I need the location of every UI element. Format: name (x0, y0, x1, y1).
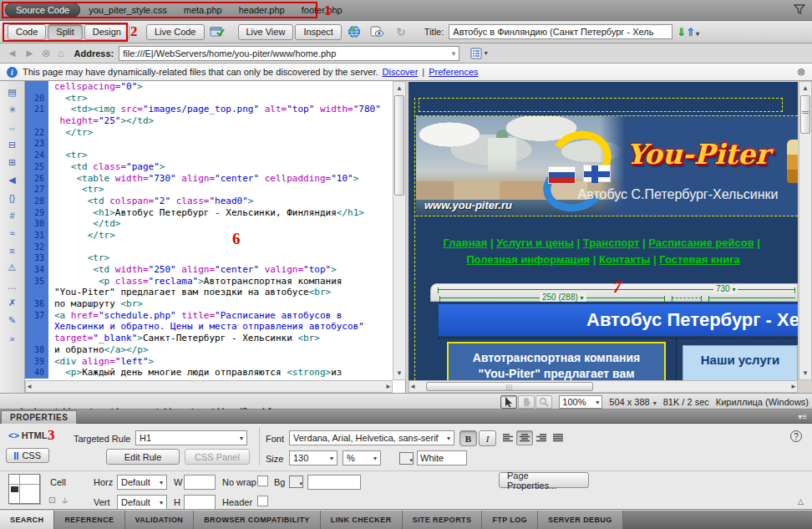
code-line[interactable]: 25 <td class="page"> (25, 161, 393, 173)
filter-icon[interactable] (794, 3, 805, 15)
design-canvas[interactable]: You-Piter Автобус С.Петербург-Хельсинки … (409, 82, 798, 380)
code-line[interactable]: 27 <tr> (25, 184, 393, 196)
code-line[interactable]: "You-Piter" предлагает вам поездки на ав… (25, 287, 393, 298)
code-navigator-icon[interactable]: ✳ (3, 102, 22, 118)
code-line[interactable]: 22 </tr> (25, 127, 393, 139)
no-wrap-checkbox[interactable] (257, 476, 268, 486)
scroll-right-icon[interactable]: ► (790, 381, 797, 392)
code-line[interactable]: 26 <table width="730" align="center" cel… (25, 173, 393, 185)
syntax-error-alerts-icon[interactable]: ⚠ (3, 260, 22, 276)
code-line[interactable]: 35 <p class="reclama">Автотранспортная к… (25, 276, 393, 287)
code-line[interactable]: 36по маршруту <br> (25, 298, 393, 310)
reclama-cell[interactable]: Автотранспортная компания "You-Piter" пр… (447, 342, 666, 380)
remove-comment-icon[interactable]: ✗ (3, 295, 22, 311)
stop-icon[interactable]: ⊗ (42, 47, 51, 59)
code-line[interactable]: 29 <h1>Автобус Петербург - Хельсинки, Фи… (25, 207, 393, 219)
code-line[interactable]: 40 <p>Каждый день многие люди отправляют… (25, 367, 393, 379)
size-unit-select[interactable]: %▾ (343, 450, 381, 465)
css-mode-button[interactable]: CSS (6, 448, 49, 463)
check-browser-compatibility-icon[interactable] (206, 24, 228, 40)
vert-align-select[interactable]: Default▾ (117, 495, 167, 510)
code-line[interactable]: 32 (25, 242, 393, 253)
code-line[interactable]: 34 <td width="250" align="center" valign… (25, 264, 393, 276)
code-line[interactable]: 33 <tr> (25, 252, 393, 264)
code-line[interactable]: cellspacing="0"> (25, 81, 393, 93)
design-menu-link[interactable]: Главная (443, 237, 487, 249)
forward-icon[interactable]: ► (24, 47, 35, 59)
design-menu-link[interactable]: Транспорт (583, 237, 640, 249)
font-select[interactable]: Verdana, Arial, Helvetica, sans-serif▾ (289, 430, 454, 445)
apply-comment-icon[interactable]: … (3, 277, 22, 293)
properties-tab[interactable]: PROPERTIES (1, 410, 77, 424)
size-select[interactable]: 130▾ (289, 450, 337, 465)
results-tab[interactable]: REFERENCE (54, 511, 124, 529)
code-line[interactable]: 24 <tr> (25, 150, 393, 161)
html-mode-button[interactable]: <>HTML (8, 430, 47, 440)
open-documents-icon[interactable]: ▤ (3, 84, 22, 100)
collapse-panel-icon[interactable]: △ (798, 497, 804, 506)
design-hscroll-thumb[interactable]: ||| (426, 382, 593, 391)
format-source-code-icon[interactable]: ✎ (3, 313, 22, 328)
select-tool-icon[interactable] (500, 395, 517, 409)
merge-split-cell-icons[interactable]: ⊡ ⫝ (48, 495, 69, 506)
header-checkbox[interactable] (257, 496, 268, 506)
code-line[interactable]: 28 <td colspan="2" class="head0"> (25, 196, 393, 207)
code-line[interactable]: 21 <td><img src="images/page_top.png" al… (25, 104, 393, 115)
close-info-bar-icon[interactable]: ⊗ (797, 66, 805, 78)
file-get-put-icons[interactable]: ⇓⇑▾ (677, 26, 699, 38)
collapse-full-tag-icon[interactable]: ⇔ (3, 120, 22, 135)
scroll-left-icon[interactable]: ◄ (409, 381, 416, 392)
bold-button[interactable]: B (459, 430, 477, 446)
page-properties-button[interactable]: Page Properties... (499, 472, 589, 488)
design-menu-link[interactable]: Контакты (599, 253, 650, 266)
results-tab[interactable]: LINK CHECKER (321, 511, 403, 529)
code-line[interactable]: 20 <tr> (25, 93, 393, 104)
validate-markup-icon[interactable] (367, 24, 388, 40)
table-width-menu[interactable]: 730 ▾ (713, 284, 738, 293)
design-menu-link[interactable]: Услуги и цены (496, 237, 574, 249)
panel-menu-icon[interactable]: ▾≡ (798, 412, 807, 421)
css-panel-button[interactable]: CSS Panel (185, 449, 250, 465)
table-width-bar[interactable]: 730 ▾ 250 (288) ▾ 7 (430, 283, 798, 302)
scroll-right-icon[interactable]: ► (385, 381, 392, 392)
services-cell[interactable]: Наши услуги (683, 345, 798, 380)
italic-button[interactable]: I (479, 430, 496, 446)
discover-link[interactable]: Discover (383, 67, 419, 77)
magnification-select[interactable]: 100%▾ (559, 395, 602, 409)
preferences-link[interactable]: Preferences (429, 67, 478, 77)
collapse-selection-icon[interactable]: ⊟ (3, 137, 22, 153)
address-dropdown-icon[interactable]: ▾ (452, 47, 456, 60)
results-tab[interactable]: VALIDATION (125, 511, 195, 529)
expand-all-icon[interactable]: ⊞ (3, 155, 22, 170)
align-justify-icon[interactable] (550, 430, 566, 445)
code-vertical-scrollbar[interactable]: ▲ ▼ (393, 81, 406, 380)
align-right-icon[interactable] (533, 430, 550, 445)
code-pane[interactable]: ▤✳⇔⊟⊞◀{}#≈≡⚠…✗✎» cellspacing="0">20 <tr>… (0, 81, 406, 393)
align-center-icon[interactable] (516, 430, 533, 445)
code-editor[interactable]: cellspacing="0">20 <tr>21 <td><img src="… (25, 81, 393, 380)
preview-in-browser-icon[interactable] (343, 24, 365, 40)
text-color-swatch[interactable]: ▾ (399, 452, 414, 465)
select-parent-tag-icon[interactable]: ◀ (3, 172, 22, 188)
cell-width-input[interactable] (184, 475, 216, 490)
zoom-tool-icon[interactable] (535, 395, 552, 409)
text-color-input[interactable]: White (417, 450, 467, 465)
back-icon[interactable]: ◄ (7, 47, 18, 59)
design-scroll-thumb[interactable] (800, 95, 810, 134)
address-input[interactable]: file:///E|/WebServers/home/you-piter/www… (119, 46, 459, 61)
code-scroll-thumb[interactable] (394, 95, 404, 196)
code-line[interactable]: 31 </tr> (25, 230, 393, 242)
results-tab[interactable]: SEARCH (0, 511, 54, 529)
window-size-select[interactable]: 504 x 388 ▾ (609, 397, 656, 407)
code-line[interactable]: 30 </td> (25, 218, 393, 230)
code-line[interactable]: target="_blank">Санкт-Петербург - Хельси… (25, 333, 393, 344)
balance-braces-icon[interactable]: {} (3, 190, 22, 206)
help-icon[interactable]: ? (790, 430, 802, 442)
align-left-icon[interactable] (500, 430, 516, 445)
horz-align-select[interactable]: Default▾ (117, 475, 167, 490)
bg-color-input[interactable] (307, 475, 361, 490)
home-icon[interactable]: ⌂ (58, 47, 64, 59)
file-list-icon[interactable]: ▾ (468, 45, 490, 61)
code-line[interactable]: 23 (25, 138, 393, 150)
results-tab[interactable]: BROWSER COMPATIBILITY (194, 511, 321, 529)
